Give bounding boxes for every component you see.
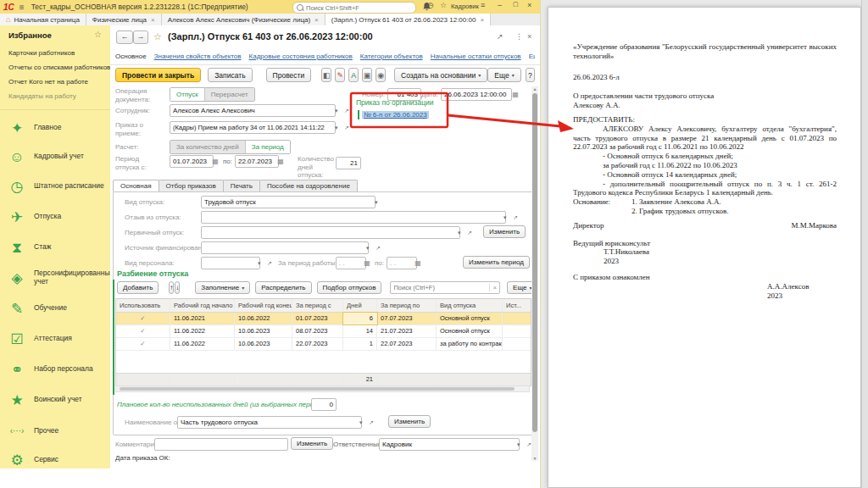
chevron-down-icon[interactable]: ▾ — [258, 257, 261, 269]
use-check-icon[interactable]: ✓ — [116, 313, 170, 324]
sidebar-item-personalized-accounting[interactable]: ◈ Персонифицированный учет — [0, 265, 110, 291]
chevron-down-icon[interactable]: ▾ — [366, 241, 370, 254]
sidebar-item-other[interactable]: ‹···› Прочее — [0, 420, 110, 442]
change-comment-button[interactable]: Изменить — [291, 437, 333, 450]
clear-search-icon[interactable]: × — [489, 284, 499, 291]
cell-days[interactable]: 6 — [343, 313, 377, 324]
open-link-icon[interactable]: ↗ — [526, 438, 531, 451]
calc-toggle[interactable]: За количество дней За период — [170, 140, 291, 154]
change-name-button[interactable]: Изменить — [388, 415, 431, 428]
hire-order-field[interactable]: (Кадры) Прием на работу 34 от 11.06.2021… — [170, 121, 336, 134]
vertical-scrollbar[interactable]: ▲ ▼ — [531, 86, 538, 461]
calendar-icon[interactable]: ▦ — [210, 155, 220, 168]
favorites-star-icon[interactable]: ☆ — [440, 1, 447, 9]
save-button[interactable]: Записать — [208, 68, 252, 82]
employee-field[interactable]: Алексов Алекс Алексович — [170, 104, 336, 117]
change-primary-button[interactable]: Изменить — [483, 225, 526, 238]
chevron-down-icon[interactable]: ▾ — [335, 121, 338, 134]
tab-individuals[interactable]: Физические лица × — [86, 14, 162, 25]
sidebar-item-attestation[interactable]: ☑ Аттестация — [0, 328, 110, 350]
tools-menu-icon[interactable]: ≡ — [481, 1, 485, 9]
vacation-picker-button[interactable]: Подбор отпусков — [317, 281, 382, 294]
scroll-down-icon[interactable]: ▼ — [531, 456, 538, 461]
use-check-icon[interactable]: ✓ — [116, 338, 170, 350]
operation-recalc[interactable]: Перерасчет — [204, 88, 254, 101]
open-link-icon[interactable]: ↗ — [376, 241, 381, 254]
open-link-icon[interactable]: ↗ — [344, 104, 349, 117]
help-button[interactable]: ? — [526, 68, 535, 82]
current-user[interactable]: Кадровик — [451, 3, 479, 10]
cell-kind[interactable]: Основной отпуск — [437, 313, 503, 324]
move-up-icon[interactable]: ↑ — [169, 281, 174, 294]
cell-source[interactable] — [503, 325, 531, 337]
close-form-icon[interactable]: × — [527, 32, 531, 41]
nav-link-hr-states[interactable]: Кадровые состояния работников — [249, 53, 353, 60]
sidebar-item-vacations[interactable]: ✈ Отпуска — [0, 206, 110, 228]
responsible-field[interactable]: Кадровик — [379, 438, 520, 451]
sidebar-item-staffing[interactable]: ◷ Штатное расписание — [0, 175, 110, 197]
change-period-button[interactable]: Изменить период — [463, 256, 530, 269]
table-header-row[interactable]: Использовать Рабочий год начало Рабочий … — [116, 299, 531, 313]
open-link-icon[interactable]: ↗ — [267, 257, 272, 269]
preview-icon[interactable]: ◉ — [376, 68, 386, 82]
vacation-name-field[interactable]: Часть трудового отпуска — [177, 416, 362, 429]
tab-main[interactable]: Основная — [113, 180, 159, 191]
operation-vacation[interactable]: Отпуск — [170, 88, 204, 101]
global-search[interactable] — [292, 2, 416, 14]
open-link-icon[interactable]: ↗ — [513, 211, 518, 224]
personnel-kind-field[interactable] — [201, 257, 260, 269]
scrollbar-thumb[interactable] — [532, 93, 537, 432]
funding-source-field[interactable] — [201, 241, 369, 254]
close-tab-icon[interactable]: × — [314, 16, 319, 24]
get-link-icon[interactable]: ↗ — [497, 32, 504, 41]
chevron-down-icon[interactable]: ▾ — [504, 211, 507, 224]
sidebar-item-training[interactable]: ✎ Обучение — [0, 297, 110, 319]
favorite-link-absence-report[interactable]: Отчет Кого нет на работе — [8, 78, 88, 86]
period-to-field[interactable]: 22.07.2023 — [235, 155, 279, 168]
tab-health-benefit[interactable]: Пособие на оздоровление — [259, 180, 358, 191]
sidebar-item-military[interactable]: ★ Воинский учет — [0, 389, 110, 411]
close-tab-icon[interactable]: × — [151, 16, 155, 24]
table-row[interactable]: ✓ 11.06.2021 10.06.2022 01.07.2023 6 07.… — [116, 313, 531, 325]
cell-kind[interactable]: Основной отпуск — [437, 325, 503, 337]
edit-pencil-icon[interactable]: ✎ — [335, 68, 345, 82]
cell-source[interactable] — [503, 313, 531, 324]
table-row[interactable]: ✓ 11.06.2022 10.06.2023 08.07.2023 14 21… — [116, 325, 531, 338]
open-link-icon[interactable]: ↗ — [467, 226, 472, 239]
vacation-kind-field[interactable]: Трудовой отпуск — [201, 196, 376, 208]
cell-year-end[interactable]: 10.06.2023 — [235, 325, 292, 337]
nav-link-main[interactable]: Основное — [115, 53, 147, 60]
nav-link-more[interactable]: Еще... ▾ — [529, 53, 535, 60]
cell-period-to[interactable]: 07.07.2023 — [377, 313, 437, 324]
star-icon[interactable]: ☆ — [153, 31, 162, 42]
calendar-icon[interactable]: ▦ — [275, 155, 286, 168]
horizontal-scrollbar[interactable] — [115, 385, 530, 392]
period-from-field[interactable]: 01.07.2023 — [170, 155, 214, 168]
post-button[interactable]: Провести — [266, 68, 312, 82]
main-menu-icon[interactable]: ≡ — [19, 3, 25, 12]
table-search[interactable]: × — [390, 281, 500, 294]
comment-field[interactable] — [154, 438, 288, 451]
cell-kind[interactable]: за работу по контракту — [437, 338, 503, 350]
sidebar-item-service[interactable]: ⚙ Сервис — [0, 449, 110, 469]
open-link-icon[interactable]: ↗ — [344, 121, 349, 134]
primary-vacation-field[interactable] — [201, 226, 460, 239]
days-count-field[interactable]: 21 — [336, 157, 361, 169]
calendar-icon[interactable]: ▦ — [510, 88, 520, 101]
tab-print[interactable]: Печать — [223, 180, 260, 191]
nav-link-object-categories[interactable]: Категории объектов — [360, 53, 423, 60]
cell-year-start[interactable]: 11.06.2021 — [170, 313, 235, 324]
favorite-link-employee-lists[interactable]: Отчеты со списками работников — [8, 64, 110, 71]
cell-period-to[interactable]: 22.07.2023 — [377, 338, 437, 350]
tab-order-selection[interactable]: Отбор приказов — [159, 180, 224, 191]
cell-period-to[interactable]: 21.07.2023 — [377, 325, 437, 337]
cell-period-from[interactable]: 22.07.2023 — [292, 338, 343, 350]
cell-year-end[interactable]: 10.06.2023 — [235, 338, 292, 350]
chevron-down-icon[interactable]: ▾ — [335, 104, 338, 117]
operation-toggle[interactable]: Отпуск Перерасчет — [170, 87, 255, 102]
postings-icon[interactable]: ◧ — [321, 68, 331, 82]
tab-person-card[interactable]: Алексов Алекс Алексович (Физические лица… — [162, 14, 326, 25]
table-row[interactable]: ✓ 11.06.2022 10.06.2023 22.07.2023 1 22.… — [116, 338, 531, 351]
table-search-input[interactable] — [391, 284, 489, 291]
chevron-down-icon[interactable]: ▾ — [375, 196, 378, 208]
